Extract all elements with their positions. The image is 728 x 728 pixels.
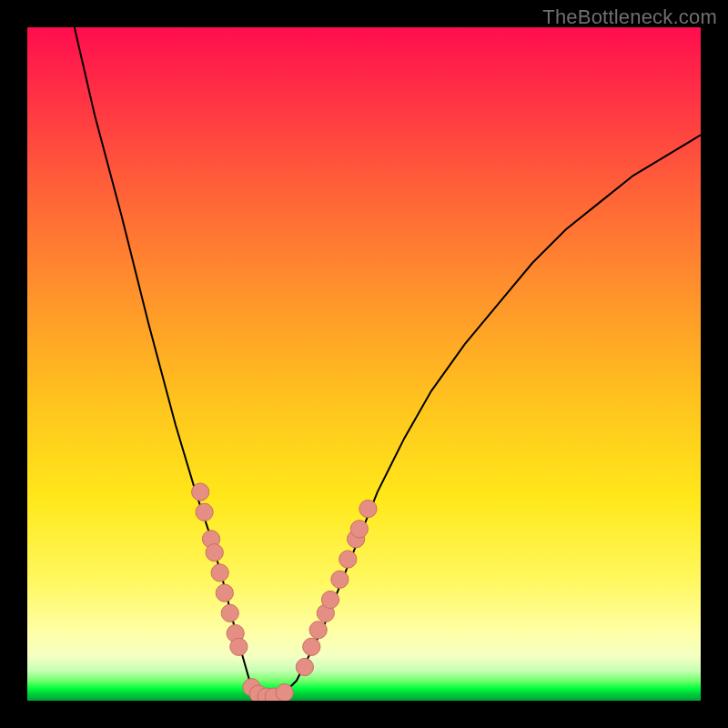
data-marker — [296, 658, 313, 675]
data-marker — [350, 521, 368, 538]
data-marker — [221, 604, 238, 622]
data-marker — [211, 564, 228, 581]
data-marker — [303, 638, 320, 655]
chart-frame: TheBottleneck.com — [0, 0, 728, 728]
data-marker — [321, 591, 339, 608]
data-marker — [309, 622, 327, 639]
data-marker — [192, 483, 209, 500]
data-marker — [196, 503, 213, 521]
data-markers — [192, 483, 377, 701]
data-marker — [206, 544, 223, 561]
bottleneck-curve — [75, 27, 701, 701]
data-marker — [359, 500, 377, 517]
data-marker — [230, 638, 248, 655]
watermark-text: TheBottleneck.com — [542, 5, 717, 29]
plot-area — [27, 27, 701, 701]
curve-layer — [27, 27, 701, 701]
data-marker — [276, 684, 293, 702]
data-marker — [339, 551, 357, 568]
data-marker — [216, 584, 233, 602]
data-marker — [331, 571, 349, 588]
